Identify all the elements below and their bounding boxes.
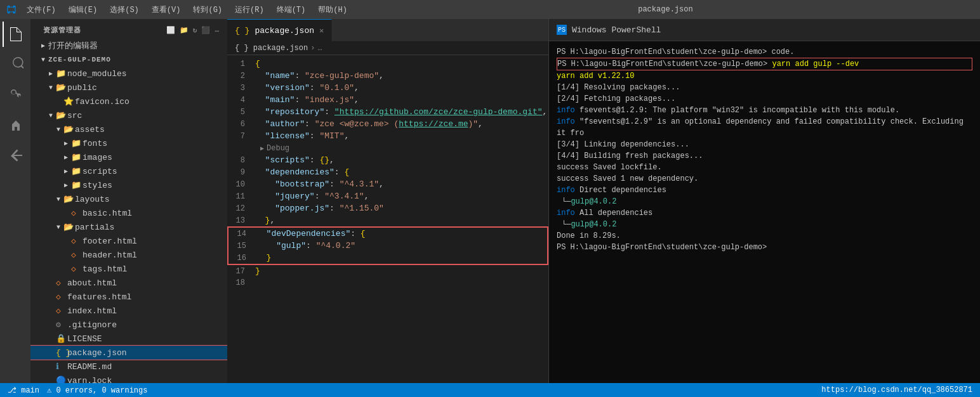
line-content-2: "name": "zce-gulp-demo", bbox=[253, 70, 548, 82]
activity-scm[interactable] bbox=[3, 82, 28, 108]
sidebar-item-images[interactable]: ▶ 📁 images bbox=[30, 150, 227, 164]
line-num-9: 9 bbox=[227, 167, 253, 179]
sidebar-item-scripts[interactable]: ▶ 📁 scripts bbox=[30, 164, 227, 178]
debug-line: ▶ Debug bbox=[227, 142, 548, 154]
tab-bar: { } package.json ✕ bbox=[227, 19, 548, 41]
collapse-icon[interactable]: ⬛ bbox=[201, 26, 211, 34]
terminal-content[interactable]: PS H:\lagou-BigFrontEnd\student\zce-gulp… bbox=[549, 41, 980, 383]
line-content-16: } bbox=[254, 252, 547, 264]
html-icon: ◇ bbox=[71, 236, 83, 246]
menu-edit[interactable]: 编辑(E) bbox=[63, 3, 103, 16]
editor-content[interactable]: 1 { 2 "name": "zce-gulp-demo", 3 "versio… bbox=[227, 55, 548, 383]
sidebar-item-fonts[interactable]: ▶ 📁 fonts bbox=[30, 136, 227, 150]
menu-goto[interactable]: 转到(G) bbox=[188, 3, 227, 16]
term-line-12: info Direct dependencies bbox=[557, 185, 972, 196]
menu-select[interactable]: 选择(S) bbox=[105, 3, 144, 16]
breadcrumb: { } package.json › … bbox=[227, 41, 548, 55]
term-line-3: yarn add v1.22.10 bbox=[557, 70, 972, 82]
line-content-17: } bbox=[253, 265, 548, 277]
expanded-arrow-icon: ▼ bbox=[46, 84, 56, 91]
yarn-icon: 🔵 bbox=[56, 375, 67, 383]
sidebar-item-layouts[interactable]: ▼ 📂 layouts bbox=[30, 192, 227, 206]
activity-debug[interactable] bbox=[3, 113, 28, 138]
menu-file[interactable]: 文件(F) bbox=[22, 3, 61, 16]
header-html-label: header.html bbox=[83, 251, 137, 260]
tab-package-json[interactable]: { } package.json ✕ bbox=[227, 19, 332, 41]
new-file-icon[interactable]: ⬜ bbox=[166, 26, 176, 34]
sidebar-item-src[interactable]: ▼ 📂 src bbox=[30, 108, 227, 122]
sidebar-item-package-json[interactable]: { } package.json bbox=[30, 346, 227, 360]
open-editors-section[interactable]: ▶ 打开的编辑器 bbox=[30, 39, 227, 53]
collapsed-arrow-icon: ▶ bbox=[46, 70, 56, 77]
window-title: package.json bbox=[357, 5, 974, 14]
expanded-arrow-icon: ▼ bbox=[53, 126, 63, 133]
sidebar-item-public[interactable]: ▼ 📂 public bbox=[30, 81, 227, 94]
images-label: images bbox=[83, 153, 112, 162]
yarnlock-label: yarn.lock bbox=[67, 376, 112, 384]
sidebar-item-about-html[interactable]: ◇ about.html bbox=[30, 276, 227, 290]
code-line-14: 14 "devDependencies": { bbox=[228, 228, 547, 240]
refresh-icon[interactable]: ↻ bbox=[193, 26, 198, 34]
term-line-8: [3/4] Linking dependencies... bbox=[557, 139, 972, 150]
sidebar-item-yarnlock[interactable]: 🔵 yarn.lock bbox=[30, 374, 227, 383]
line-content-7: "license": "MIT", bbox=[253, 130, 548, 142]
sidebar-item-header-html[interactable]: ◇ header.html bbox=[30, 248, 227, 262]
sidebar-item-index-html[interactable]: ◇ index.html bbox=[30, 304, 227, 318]
code-line-9: 9 "dependencies": { bbox=[227, 166, 548, 178]
html-icon: ◇ bbox=[56, 306, 67, 316]
tab-close-button[interactable]: ✕ bbox=[319, 26, 324, 36]
html-icon: ◇ bbox=[71, 208, 83, 218]
project-root[interactable]: ▼ ZCE-GULP-DEMO bbox=[30, 53, 227, 67]
sidebar-item-favicon[interactable]: ⭐ favicon.ico bbox=[30, 94, 227, 108]
git-icon: ⚙ bbox=[56, 320, 67, 330]
basic-html-label: basic.html bbox=[83, 209, 132, 218]
sidebar-item-styles[interactable]: ▶ 📁 styles bbox=[30, 178, 227, 192]
menu-view[interactable]: 查看(V) bbox=[147, 3, 186, 16]
activity-explorer[interactable] bbox=[3, 22, 28, 47]
collapsed-arrow-icon: ▶ bbox=[61, 140, 71, 147]
sidebar-item-readme[interactable]: ℹ README.md bbox=[30, 360, 227, 374]
sidebar-item-assets[interactable]: ▼ 📂 assets bbox=[30, 122, 227, 136]
expanded-arrow-icon: ▼ bbox=[46, 112, 56, 119]
line-num-3: 3 bbox=[227, 82, 253, 94]
sidebar-item-footer-html[interactable]: ◇ footer.html bbox=[30, 234, 227, 248]
sidebar-item-tags-html[interactable]: ◇ tags.html bbox=[30, 262, 227, 276]
license-label: LICENSE bbox=[67, 334, 102, 344]
sidebar-item-features-html[interactable]: ◇ features.html bbox=[30, 290, 227, 304]
scripts-label: scripts bbox=[83, 167, 117, 176]
sidebar-item-node-modules[interactable]: ▶ 📁 node_modules bbox=[30, 67, 227, 81]
sidebar-item-partials[interactable]: ▼ 📂 partials bbox=[30, 220, 227, 234]
folder-icon: 📁 bbox=[71, 138, 83, 148]
folder-icon: 📁 bbox=[71, 166, 83, 176]
git-branch[interactable]: ⎇ main bbox=[8, 386, 39, 395]
line-num-1: 1 bbox=[227, 58, 253, 70]
menu-run[interactable]: 运行(R) bbox=[230, 3, 269, 16]
more-icon[interactable]: … bbox=[215, 26, 220, 34]
sidebar-content: ▶ 打开的编辑器 ▼ ZCE-GULP-DEMO ▶ 📁 node_module… bbox=[30, 39, 227, 383]
error-warning-count[interactable]: ⚠ 0 errors, 0 warnings bbox=[47, 386, 147, 395]
sidebar-item-gitignore[interactable]: ⚙ .gitignore bbox=[30, 318, 227, 332]
line-num-10: 10 bbox=[227, 179, 253, 191]
activity-search[interactable] bbox=[3, 52, 28, 77]
activity-extensions[interactable] bbox=[3, 143, 28, 169]
arrow-icon: ▶ bbox=[38, 42, 48, 49]
code-line-8: 8 "scripts": {}, bbox=[227, 154, 548, 166]
new-folder-icon[interactable]: 📁 bbox=[180, 26, 189, 34]
code-line-1: 1 { bbox=[227, 58, 548, 70]
terminal-title: Windows PowerShell bbox=[572, 25, 661, 35]
line-num-4: 4 bbox=[227, 94, 253, 107]
term-line-5: [2/4] Fetching packages... bbox=[557, 93, 972, 105]
sidebar-title: 资源管理器 bbox=[43, 25, 81, 35]
main-container: 资源管理器 ⬜ 📁 ↻ ⬛ … ▶ 打开的编辑器 ▼ ZCE-GULP-DEMO bbox=[0, 19, 980, 383]
menu-terminal[interactable]: 终端(T) bbox=[272, 3, 311, 16]
term-line-13: └─gulp@4.0.2 bbox=[557, 196, 972, 207]
favicon-label: favicon.ico bbox=[75, 97, 129, 107]
menu-help[interactable]: 帮助(H) bbox=[313, 3, 352, 16]
term-line-9: [4/4] Building fresh packages... bbox=[557, 150, 972, 162]
sidebar-item-basic-html[interactable]: ◇ basic.html bbox=[30, 206, 227, 220]
open-editors-label: 打开的编辑器 bbox=[48, 40, 98, 51]
vscode-icon bbox=[6, 4, 17, 15]
sidebar-item-license[interactable]: 🔒 LICENSE bbox=[30, 332, 227, 346]
line-num-8: 8 bbox=[227, 155, 253, 167]
readme-label: README.md bbox=[67, 362, 112, 372]
